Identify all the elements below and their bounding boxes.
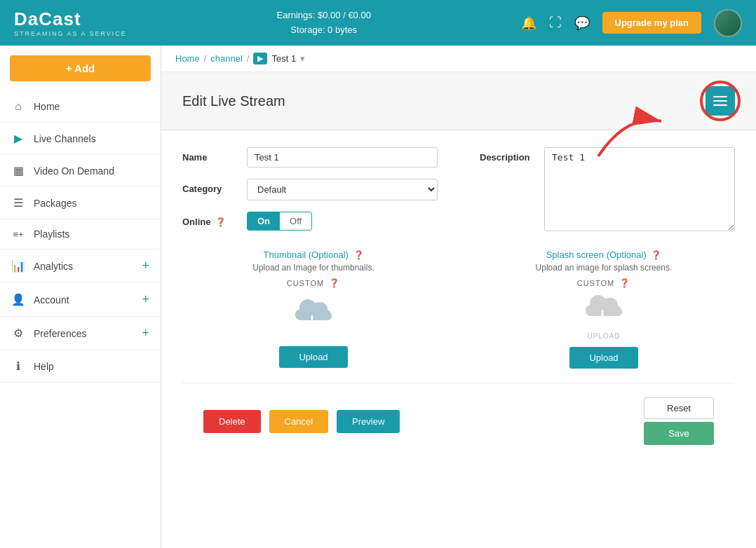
splash-custom-label: CUSTOM ❓ — [473, 278, 735, 288]
fullscreen-icon[interactable]: ⛶ — [549, 15, 562, 30]
breadcrumb-channel[interactable]: channel — [210, 53, 243, 64]
cancel-button[interactable]: Cancel — [269, 410, 328, 433]
thumbnail-section: Thumbnail (Optional) ❓ Upload an Image f… — [182, 249, 445, 369]
edit-header: Edit Live Stream — [161, 72, 756, 130]
sidebar-item-label: Analytics — [34, 261, 133, 272]
ham-line-2 — [713, 100, 727, 102]
sidebar-item-playlists[interactable]: ≡+ Playlists — [0, 219, 161, 249]
thumbnail-subtitle: Upload an Image for thumbnails. — [182, 263, 445, 273]
category-row: Category Default — [182, 179, 438, 200]
description-input[interactable]: Test 1 — [544, 147, 735, 231]
help-icon: ℹ — [11, 359, 25, 373]
upload-row: Thumbnail (Optional) ❓ Upload an Image f… — [182, 249, 735, 369]
name-row: Name — [182, 147, 438, 167]
channel-type-badge: ▶ — [253, 53, 267, 64]
sidebar-item-label: Video On Demand — [34, 165, 149, 177]
logo-sub: STREAMING AS A SERVICE — [14, 30, 127, 37]
sidebar-item-label: Home — [34, 101, 149, 112]
sidebar-item-live-channels[interactable]: ▶ Live Channels — [0, 123, 161, 155]
vod-icon: ▦ — [11, 164, 25, 177]
sidebar: + Add ⌂ Home ▶ Live Channels ▦ Video On … — [0, 46, 161, 548]
splash-help-icon[interactable]: ❓ — [651, 250, 661, 260]
sidebar-item-packages[interactable]: ☰ Packages — [0, 187, 161, 219]
sidebar-item-help[interactable]: ℹ Help — [0, 350, 161, 383]
upgrade-button[interactable]: Upgrade my plan — [602, 12, 701, 34]
sidebar-item-analytics[interactable]: 📊 Analytics + — [0, 249, 161, 283]
analytics-icon: 📊 — [11, 259, 25, 273]
upload-text-label: UPLOAD — [583, 332, 625, 340]
sidebar-item-preferences[interactable]: ⚙ Preferences + — [0, 317, 161, 350]
form-right: Description Test 1 — [480, 147, 735, 242]
description-label: Description — [480, 147, 536, 163]
splash-upload-button[interactable]: Upload — [569, 347, 637, 369]
thumbnail-custom-label: CUSTOM ❓ — [182, 278, 445, 288]
sidebar-item-label: Playlists — [34, 228, 149, 240]
analytics-expand-icon[interactable]: + — [142, 259, 149, 273]
thumbnail-upload-area: Upload — [182, 294, 445, 368]
sidebar-item-label: Packages — [34, 198, 149, 209]
preview-button[interactable]: Preview — [337, 410, 400, 433]
content-area: Home / channel / ▶ Test 1 ▾ Edit Live St… — [161, 46, 756, 548]
online-toggle: On Off — [247, 212, 312, 231]
sidebar-item-account[interactable]: 👤 Account + — [0, 283, 161, 317]
packages-icon: ☰ — [11, 196, 25, 210]
splash-upload-area: UPLOAD Upload — [473, 294, 735, 369]
thumbnail-upload-button[interactable]: Upload — [279, 346, 347, 368]
splash-custom-help-icon[interactable]: ❓ — [619, 278, 630, 288]
save-button[interactable]: Save — [644, 422, 714, 445]
hamburger-menu-button[interactable] — [706, 86, 735, 116]
description-row: Description Test 1 — [480, 147, 735, 231]
name-input[interactable] — [247, 147, 438, 167]
earnings-storage: Earnings: $0.00 / €0.00 Storage: 0 bytes — [141, 8, 507, 38]
bell-icon[interactable]: 🔔 — [521, 15, 536, 31]
thumbnail-title: Thumbnail (Optional) ❓ — [182, 249, 445, 260]
sidebar-item-label: Live Channels — [34, 133, 149, 144]
account-icon: 👤 — [11, 293, 25, 306]
breadcrumb-home[interactable]: Home — [175, 53, 200, 64]
header: DaCast STREAMING AS A SERVICE Earnings: … — [0, 0, 756, 46]
reset-button[interactable]: Reset — [644, 397, 714, 419]
sidebar-item-video-on-demand[interactable]: ▦ Video On Demand — [0, 155, 161, 187]
header-icons: 🔔 ⛶ 💬 Upgrade my plan — [521, 9, 742, 37]
ham-line-1 — [713, 96, 727, 97]
breadcrumb-current: Test 1 — [271, 53, 296, 64]
live-channels-icon: ▶ — [11, 132, 25, 145]
name-label: Name — [182, 147, 238, 163]
sidebar-item-home[interactable]: ⌂ Home — [0, 91, 161, 123]
logo: DaCast STREAMING AS A SERVICE — [14, 8, 127, 37]
splash-title: Splash screen (Optional) ❓ — [473, 249, 735, 260]
form-area: Name Category Default Online ❓ — [161, 130, 756, 476]
account-expand-icon[interactable]: + — [142, 292, 149, 307]
main-layout: + Add ⌂ Home ▶ Live Channels ▦ Video On … — [0, 46, 756, 548]
toggle-on-button[interactable]: On — [248, 212, 280, 230]
breadcrumb: Home / channel / ▶ Test 1 ▾ — [161, 46, 756, 72]
thumbnail-custom-help-icon[interactable]: ❓ — [329, 278, 340, 288]
toggle-off-button[interactable]: Off — [280, 212, 311, 230]
menu-button-container — [706, 86, 735, 116]
preferences-expand-icon[interactable]: + — [142, 326, 149, 341]
logo-text: DaCast — [14, 8, 127, 30]
splash-section: Splash screen (Optional) ❓ Upload an ima… — [473, 249, 735, 369]
sidebar-item-label: Preferences — [34, 328, 133, 339]
thumbnail-help-icon[interactable]: ❓ — [353, 250, 364, 260]
online-help-icon[interactable]: ❓ — [215, 217, 226, 227]
page-title: Edit Live Stream — [182, 93, 285, 109]
online-label: Online ❓ — [182, 212, 238, 227]
breadcrumb-sep-2: / — [247, 53, 250, 64]
sidebar-item-label: Account — [34, 294, 133, 306]
delete-button[interactable]: Delete — [203, 410, 261, 433]
preferences-icon: ⚙ — [11, 327, 25, 340]
avatar[interactable] — [714, 9, 742, 37]
breadcrumb-dropdown-icon[interactable]: ▾ — [300, 53, 305, 64]
bottom-action-bar: Delete Cancel Preview Reset Save — [182, 383, 735, 459]
playlists-icon: ≡+ — [11, 229, 25, 240]
category-select[interactable]: Default — [247, 179, 438, 200]
breadcrumb-sep-1: / — [204, 53, 207, 64]
splash-cloud-icon: UPLOAD — [583, 294, 625, 340]
category-label: Category — [182, 179, 238, 194]
add-button[interactable]: + Add — [10, 55, 151, 81]
home-icon: ⌂ — [11, 100, 25, 113]
save-reset-group: Reset Save — [644, 397, 714, 445]
ham-line-3 — [713, 104, 727, 106]
chat-icon[interactable]: 💬 — [574, 15, 590, 31]
